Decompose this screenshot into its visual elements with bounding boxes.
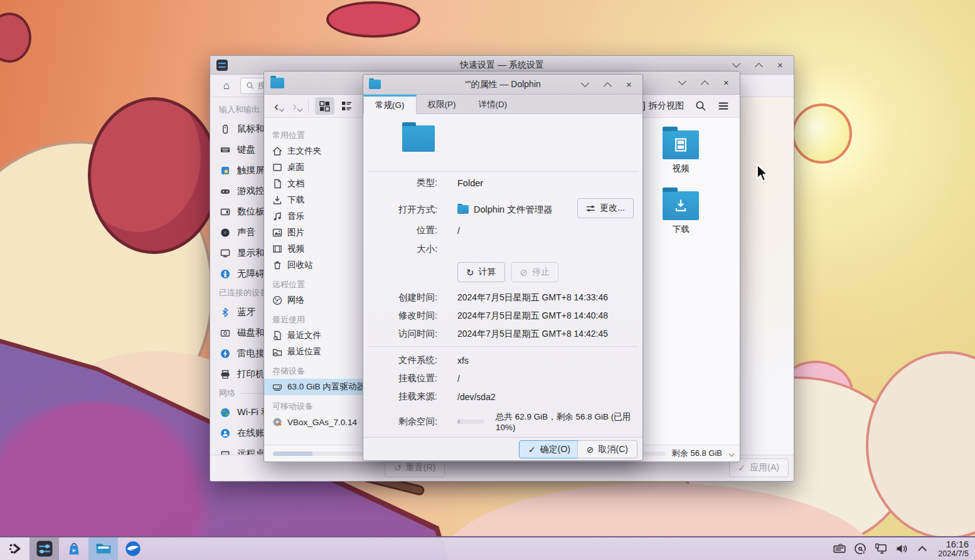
audio-volume-icon[interactable] (894, 541, 909, 556)
taskbar-dolphin[interactable] (88, 537, 118, 560)
dolphin-app-icon (270, 78, 284, 88)
close-icon[interactable]: × (626, 80, 635, 89)
optical-disc-tray-icon[interactable] (853, 541, 868, 556)
places-item-network[interactable]: 网络 (264, 292, 363, 309)
places-item-videos[interactable]: 视频 (264, 241, 363, 257)
stop-button[interactable]: ⊘ 停止 (511, 262, 559, 282)
sidebar-item-label: 声音 (237, 226, 255, 238)
home-button[interactable]: ⌂ (218, 78, 235, 94)
size-label: 大小: (363, 243, 437, 255)
remote-desktop-icon (220, 449, 230, 455)
places-item-desktop[interactable]: 桌面 (264, 159, 363, 176)
file-item-下载[interactable]: 下载 (651, 191, 711, 235)
statusbar-chevron-down-icon[interactable] (729, 452, 734, 457)
time-row: 修改时间:2024年7月5日星期五 GMT+8 14:40:48 (363, 310, 642, 322)
maximize-icon[interactable] (701, 78, 710, 87)
minimize-icon[interactable] (581, 80, 590, 89)
file-item-label: 下载 (673, 224, 690, 235)
places-item-home[interactable]: 主文件夹 (264, 143, 363, 159)
places-item-pictures[interactable]: 图片 (264, 225, 363, 241)
dialog-titlebar[interactable]: “”的属性 — Dolphin × (363, 75, 642, 95)
places-item-recent-files[interactable]: 最近文件 (264, 327, 363, 344)
app-launcher-button[interactable] (0, 537, 29, 560)
tab-详情(D)[interactable]: 详情(D) (467, 95, 519, 114)
back-history-chevron-icon[interactable] (279, 107, 284, 112)
recent-files-icon (272, 330, 282, 341)
forward-history-chevron-icon[interactable] (297, 107, 302, 112)
details-view-icon (341, 101, 352, 112)
fs-row: 挂载来源:/dev/sda2 (363, 391, 642, 403)
tablet-icon (220, 207, 230, 217)
time-row-value: 2024年7月5日星期五 GMT+8 14:42:45 (457, 329, 608, 340)
taskbar-clock[interactable]: 16:16 2024/7/5 (938, 539, 969, 558)
places-item-trash[interactable]: 回收站 (264, 257, 363, 273)
minimize-icon[interactable] (678, 78, 687, 87)
fs-row-value: / (457, 374, 460, 384)
display-icon (220, 248, 230, 258)
sun (792, 103, 852, 164)
cancel-button[interactable]: ⊘ 取消(C) (577, 440, 637, 458)
expand-tray-chevron-icon[interactable] (915, 541, 930, 556)
details-view-button[interactable] (337, 97, 356, 115)
check-icon: ✓ (738, 463, 746, 473)
menu-button[interactable] (713, 97, 733, 115)
ok-button[interactable]: ✓ 确定(O) (519, 440, 580, 458)
sidebar-item-label: 数位板 (237, 206, 265, 218)
optical-disc-icon (272, 417, 282, 427)
bluetooth-icon (220, 307, 230, 317)
places-item-optical-disc[interactable]: VBox_GAs_7.0.14 (264, 414, 363, 430)
back-button[interactable]: ‹ (274, 100, 279, 112)
tab-权限(P)[interactable]: 权限(P) (417, 95, 467, 114)
keyboard-layout-icon[interactable] (832, 541, 847, 556)
forward-button[interactable]: › (292, 100, 297, 112)
section-header-label: 网络 (219, 388, 235, 399)
undo-icon: ↺ (394, 463, 402, 473)
dialog-button-bar: ✓ 确定(O) ⊘ 取消(C) (363, 437, 642, 460)
online-accounts-icon (220, 428, 230, 438)
keyboard-icon (220, 145, 230, 155)
properties-dialog: “”的属性 — Dolphin × 常规(G)权限(P)详情(D) 类型: Fo… (363, 74, 643, 461)
accessibility-icon (220, 269, 230, 279)
sidebar-item-label: 蓝牙 (237, 306, 255, 318)
places-item-label: 桌面 (287, 162, 304, 173)
places-item-label: 下载 (287, 194, 304, 206)
folder-preview-icon (402, 125, 435, 152)
sound-icon (220, 228, 230, 238)
printer-icon (220, 369, 230, 379)
places-item-hdd[interactable]: 63.0 GiB 内置驱动器 ( (264, 379, 363, 395)
places-item-recent-locations[interactable]: 最近位置 (264, 344, 363, 360)
icons-view-button[interactable] (315, 97, 334, 115)
close-icon[interactable]: × (723, 78, 732, 87)
folder-icon (457, 205, 469, 214)
thunderbolt-icon (220, 349, 230, 359)
dialog-content: 类型: Folder 打开方式: Dolphin 文件管理器 更改... (363, 114, 642, 437)
disk-camera-icon (220, 328, 230, 338)
taskbar-discover[interactable] (59, 537, 88, 560)
file-item-视频[interactable]: 视频 (651, 130, 711, 174)
places-item-label: 文档 (287, 178, 304, 189)
tab-常规(G)[interactable]: 常规(G) (363, 95, 417, 114)
type-value: Folder (457, 178, 483, 188)
open-with-label: 打开方式: (363, 204, 437, 216)
location-label: 位置: (363, 225, 437, 236)
places-item-downloads[interactable]: 下载 (264, 192, 363, 208)
calculate-size-button[interactable]: ↻ 计算 (457, 262, 505, 282)
change-app-button[interactable]: 更改... (577, 198, 634, 218)
maximize-icon[interactable] (604, 80, 612, 89)
maximize-icon[interactable] (755, 61, 764, 70)
documents-icon (272, 179, 282, 189)
search-button[interactable] (691, 97, 711, 115)
places-item-music[interactable]: 音乐 (264, 208, 363, 225)
minimize-icon[interactable] (732, 61, 741, 70)
check-icon: ✓ (528, 445, 536, 455)
time-row: 创建时间:2024年7月5日星期五 GMT+8 14:33:46 (363, 292, 642, 304)
network-display-icon[interactable] (873, 541, 888, 556)
places-item-label: 音乐 (287, 211, 304, 222)
places-item-documents[interactable]: 文档 (264, 176, 363, 192)
fs-row-label: 挂载来源: (363, 391, 437, 403)
fs-row: 文件系统:xfs (363, 354, 642, 366)
taskbar-falkon[interactable] (118, 537, 147, 560)
close-icon[interactable]: × (777, 61, 786, 70)
time-row-label: 修改时间: (363, 310, 437, 322)
taskbar-system-settings[interactable] (29, 537, 59, 560)
